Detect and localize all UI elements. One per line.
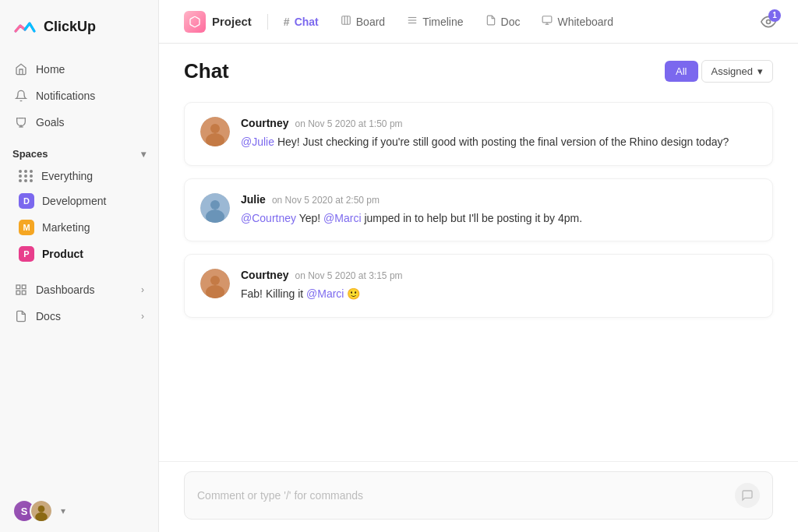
- avatar: [200, 269, 230, 298]
- svg-rect-3: [22, 291, 26, 294]
- message-header: Julie on Nov 5 2020 at 2:50 pm: [241, 193, 757, 206]
- avatar: [200, 193, 230, 223]
- filter-assigned-button[interactable]: Assigned ▾: [701, 60, 773, 83]
- speech-bubble-icon: [741, 489, 754, 502]
- clickup-logo-icon: [12, 14, 37, 39]
- courtney-avatar-2: [200, 269, 230, 298]
- message-time: on Nov 5 2020 at 3:15 pm: [295, 270, 402, 281]
- dots-grid-icon: [19, 170, 34, 182]
- tab-label: Chat: [295, 16, 319, 28]
- sidebar-item-development[interactable]: D Development: [6, 188, 152, 214]
- space-label: Everything: [41, 170, 93, 182]
- user-photo-icon: [31, 499, 51, 523]
- send-icon[interactable]: [735, 483, 760, 508]
- tab-whiteboard[interactable]: Whiteboard: [532, 9, 623, 34]
- message-text: @Courtney Yep! @Marci jumped in to help …: [241, 210, 757, 227]
- message-body-prefix: Fab! Killing it: [241, 287, 306, 300]
- tab-label: Board: [356, 16, 385, 28]
- sidebar-item-dashboards[interactable]: Dashboards ›: [6, 277, 152, 303]
- comment-box[interactable]: Comment or type '/' for commands: [184, 471, 773, 520]
- chevron-down-icon[interactable]: ▾: [141, 149, 146, 160]
- message-content: Courtney on Nov 5 2020 at 1:50 pm @Julie…: [241, 117, 757, 151]
- timeline-icon: [407, 15, 418, 28]
- messages-container: Courtney on Nov 5 2020 at 1:50 pm @Julie…: [159, 96, 798, 461]
- svg-point-7: [35, 513, 48, 522]
- spaces-label: Spaces: [12, 148, 48, 160]
- message-author: Courtney: [241, 269, 288, 281]
- message-body-suffix: jumped in to help but I'll be posting it…: [362, 212, 583, 224]
- home-icon: [14, 62, 28, 76]
- dashboards-label: Dashboards: [36, 284, 95, 296]
- svg-point-6: [38, 506, 45, 513]
- svg-point-22: [210, 200, 220, 210]
- mention-tag-2[interactable]: @Marci: [323, 212, 361, 224]
- spaces-list: Everything D Development M Marketing P P…: [0, 164, 158, 267]
- chevron-right-icon: ›: [141, 311, 144, 322]
- top-nav: Project # Chat Board Timeline Doc: [159, 0, 798, 44]
- tab-board[interactable]: Board: [331, 9, 394, 34]
- sidebar-item-notifications[interactable]: Notifications: [6, 83, 152, 109]
- message-card: Julie on Nov 5 2020 at 2:50 pm @Courtney…: [184, 178, 773, 242]
- main-content: Project # Chat Board Timeline Doc: [159, 0, 798, 532]
- space-label: Development: [42, 195, 107, 207]
- hash-icon: #: [284, 16, 290, 28]
- svg-point-19: [210, 124, 220, 133]
- sidebar-bottom: Dashboards › Docs ›: [0, 273, 158, 333]
- message-header: Courtney on Nov 5 2020 at 1:50 pm: [241, 117, 757, 129]
- tab-label: Doc: [501, 16, 521, 28]
- comment-placeholder: Comment or type '/' for commands: [197, 489, 363, 502]
- project-icon: [184, 11, 206, 33]
- sidebar-item-label: Notifications: [36, 90, 95, 102]
- message-card: Courtney on Nov 5 2020 at 1:50 pm @Julie…: [184, 102, 773, 166]
- sidebar-item-docs[interactable]: Docs ›: [6, 303, 152, 329]
- avatar-photo: [30, 499, 53, 523]
- docs-icon: [14, 309, 28, 323]
- tab-timeline[interactable]: Timeline: [397, 9, 472, 34]
- avatar: [200, 117, 230, 146]
- svg-point-25: [210, 276, 220, 285]
- sidebar-item-label: Home: [36, 63, 65, 76]
- cube-icon: [189, 16, 201, 28]
- svg-rect-8: [342, 16, 351, 25]
- mention-tag[interactable]: @Marci: [306, 287, 344, 300]
- filter-all-button[interactable]: All: [665, 61, 697, 82]
- notification-bell[interactable]: 1: [754, 8, 782, 36]
- sidebar-item-everything[interactable]: Everything: [6, 164, 152, 188]
- sidebar-item-product[interactable]: P Product: [6, 241, 152, 267]
- app-logo[interactable]: ClickUp: [0, 0, 158, 53]
- message-content: Courtney on Nov 5 2020 at 3:15 pm Fab! K…: [241, 269, 757, 303]
- mention-tag[interactable]: @Julie: [241, 136, 274, 148]
- space-badge-product: P: [19, 246, 34, 262]
- message-text: @Julie Hey! Just checking if you're stil…: [241, 134, 757, 151]
- space-badge-marketing: M: [19, 220, 34, 235]
- notification-badge: 1: [768, 9, 781, 22]
- dashboards-icon: [14, 283, 28, 297]
- mention-tag[interactable]: @Courtney: [241, 212, 296, 224]
- sidebar-footer: S ▾: [0, 490, 158, 532]
- sidebar-item-home[interactable]: Home: [6, 56, 152, 83]
- tab-chat[interactable]: # Chat: [274, 9, 328, 34]
- courtney-avatar: [200, 117, 230, 146]
- julie-avatar: [200, 193, 230, 223]
- message-author: Julie: [241, 193, 266, 206]
- chevron-down-icon: ▾: [757, 65, 763, 77]
- svg-rect-4: [16, 291, 20, 294]
- space-label: Marketing: [42, 221, 90, 234]
- chat-area: Chat All Assigned ▾: [159, 44, 798, 532]
- avatar-dropdown-icon[interactable]: ▾: [61, 506, 65, 516]
- sidebar-item-marketing[interactable]: M Marketing: [6, 214, 152, 241]
- chat-header: Chat All Assigned ▾: [159, 44, 798, 96]
- trophy-icon: [14, 115, 28, 129]
- space-badge-development: D: [19, 193, 34, 209]
- nav-divider: [267, 14, 268, 30]
- tab-doc[interactable]: Doc: [476, 9, 530, 34]
- svg-rect-14: [543, 16, 553, 23]
- filter-group: All Assigned ▾: [665, 60, 773, 83]
- assigned-label: Assigned: [711, 65, 753, 77]
- project-tab[interactable]: Project: [175, 5, 261, 39]
- bell-icon: [14, 89, 28, 103]
- top-nav-right: 1: [754, 8, 782, 36]
- svg-rect-2: [22, 285, 26, 289]
- sidebar-item-goals[interactable]: Goals: [6, 109, 152, 136]
- app-name: ClickUp: [44, 19, 96, 35]
